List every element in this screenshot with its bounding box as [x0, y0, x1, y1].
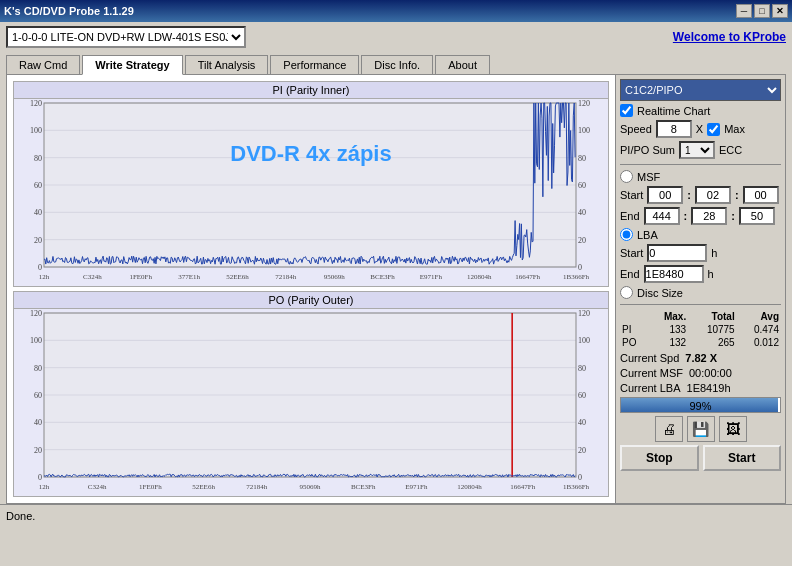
stats-table: Max. Total Avg PI 133 10775 0.474 PO 132… — [620, 310, 781, 349]
msf-start-label: Start — [620, 189, 643, 201]
lba-start-row: Start h — [620, 244, 781, 262]
current-lba-row: Current LBA 1E8419h — [620, 382, 781, 394]
progress-text: 99% — [621, 398, 780, 414]
po-chart-title: PO (Parity Outer) — [14, 292, 608, 309]
pi-chart-title: PI (Parity Inner) — [14, 82, 608, 99]
lba-start-input[interactable] — [647, 244, 707, 262]
top-area: 1-0-0-0 LITE-ON DVD+RW LDW-401S ES0J Wel… — [0, 22, 792, 52]
disc-size-radio[interactable] — [620, 286, 633, 299]
max-checkbox[interactable] — [707, 123, 720, 136]
lba-end-row: End h — [620, 265, 781, 283]
realtime-chart-label: Realtime Chart — [637, 105, 710, 117]
stats-header-max: Max. — [648, 310, 688, 323]
minimize-button[interactable]: ─ — [736, 4, 752, 18]
piposum-select[interactable]: 1 — [679, 141, 715, 159]
title-bar: K's CD/DVD Probe 1.1.29 ─ □ ✕ — [0, 0, 792, 22]
lba-start-label: Start — [620, 247, 643, 259]
current-spd-row: Current Spd 7.82 X — [620, 352, 781, 364]
current-lba-label: Current LBA — [620, 382, 681, 394]
lba-end-label: End — [620, 268, 640, 280]
pi-stats-row: PI 133 10775 0.474 — [620, 323, 781, 336]
image-button[interactable]: 🖼 — [719, 416, 747, 442]
maximize-button[interactable]: □ — [754, 4, 770, 18]
lba-label: LBA — [637, 229, 658, 241]
divider1 — [620, 164, 781, 165]
piposum-row: PI/PO Sum 1 ECC — [620, 141, 781, 159]
pi-avg: 0.474 — [737, 323, 781, 336]
tab-write-strategy[interactable]: Write Strategy — [82, 55, 182, 75]
po-total: 265 — [688, 336, 737, 349]
lba-radio-row: LBA — [620, 228, 781, 241]
msf-label: MSF — [637, 171, 660, 183]
po-chart-inner — [14, 309, 608, 493]
po-stats-row: PO 132 265 0.012 — [620, 336, 781, 349]
icon-buttons-row: 🖨 💾 🖼 — [620, 416, 781, 442]
po-chart-container: PO (Parity Outer) — [13, 291, 609, 497]
speed-input[interactable] — [656, 120, 692, 138]
po-row-label: PO — [620, 336, 648, 349]
disc-size-radio-row: Disc Size — [620, 286, 781, 299]
drive-selector[interactable]: 1-0-0-0 LITE-ON DVD+RW LDW-401S ES0J — [6, 26, 246, 48]
app-title: K's CD/DVD Probe 1.1.29 — [4, 5, 134, 17]
status-text: Done. — [6, 510, 35, 522]
divider2 — [620, 304, 781, 305]
msf-start-s[interactable] — [743, 186, 779, 204]
po-max: 132 — [648, 336, 688, 349]
print-button[interactable]: 🖨 — [655, 416, 683, 442]
speed-label: Speed — [620, 123, 652, 135]
mode-selector[interactable]: C1C2/PIPO — [620, 79, 781, 101]
current-msf-row: Current MSF 00:00:00 — [620, 367, 781, 379]
action-buttons: Stop Start — [620, 445, 781, 471]
main-content: PI (Parity Inner) DVD-R 4x zápis PO (Par… — [6, 74, 786, 504]
pi-chart-inner: DVD-R 4x zápis — [14, 99, 608, 283]
tab-about[interactable]: About — [435, 55, 490, 75]
msf-end-s[interactable] — [739, 207, 775, 225]
tab-performance[interactable]: Performance — [270, 55, 359, 75]
msf-start-row: Start : : — [620, 186, 781, 204]
lba-end-input[interactable] — [644, 265, 704, 283]
welcome-link[interactable]: Welcome to KProbe — [673, 30, 786, 44]
pi-total: 10775 — [688, 323, 737, 336]
current-lba-value: 1E8419h — [687, 382, 731, 394]
right-panel: C1C2/PIPO Realtime Chart Speed X Max PI/… — [615, 75, 785, 503]
lba-start-h-label: h — [711, 247, 717, 259]
msf-end-m[interactable] — [691, 207, 727, 225]
msf-end-row: End : : — [620, 207, 781, 225]
msf-radio-row: MSF — [620, 170, 781, 183]
tab-tilt-analysis[interactable]: Tilt Analysis — [185, 55, 269, 75]
speed-row: Speed X Max — [620, 120, 781, 138]
stats-header-total: Total — [688, 310, 737, 323]
tab-raw-cmd[interactable]: Raw Cmd — [6, 55, 80, 75]
po-avg: 0.012 — [737, 336, 781, 349]
lba-end-h-label: h — [708, 268, 714, 280]
close-button[interactable]: ✕ — [772, 4, 788, 18]
max-label: Max — [724, 123, 745, 135]
title-bar-buttons: ─ □ ✕ — [736, 4, 788, 18]
piposum-label: PI/PO Sum — [620, 144, 675, 156]
current-msf-label: Current MSF — [620, 367, 683, 379]
msf-start-h[interactable] — [647, 186, 683, 204]
progress-bar-container: 99% — [620, 397, 781, 413]
status-bar: Done. — [0, 504, 792, 526]
msf-start-m[interactable] — [695, 186, 731, 204]
msf-end-h[interactable] — [644, 207, 680, 225]
pi-row-label: PI — [620, 323, 648, 336]
current-msf-value: 00:00:00 — [689, 367, 732, 379]
pi-max: 133 — [648, 323, 688, 336]
realtime-chart-checkbox[interactable] — [620, 104, 633, 117]
pi-canvas — [14, 99, 608, 283]
realtime-chart-row: Realtime Chart — [620, 104, 781, 117]
tab-disc-info[interactable]: Disc Info. — [361, 55, 433, 75]
stats-header-avg: Avg — [737, 310, 781, 323]
x-label: X — [696, 123, 703, 135]
save-button[interactable]: 💾 — [687, 416, 715, 442]
disc-size-label: Disc Size — [637, 287, 683, 299]
stop-button[interactable]: Stop — [620, 445, 699, 471]
po-canvas — [14, 309, 608, 493]
current-spd-label: Current Spd — [620, 352, 679, 364]
msf-radio[interactable] — [620, 170, 633, 183]
start-button[interactable]: Start — [703, 445, 782, 471]
lba-radio[interactable] — [620, 228, 633, 241]
ecc-label: ECC — [719, 144, 742, 156]
msf-end-label: End — [620, 210, 640, 222]
